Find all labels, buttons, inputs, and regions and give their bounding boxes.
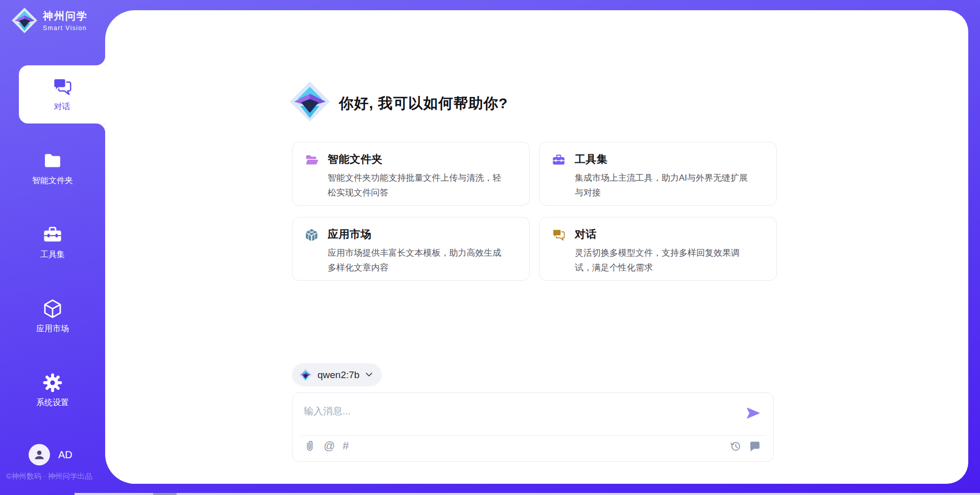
user-name: AD: [58, 449, 72, 461]
model-logo-icon: [299, 368, 312, 382]
grid-cube-icon: [305, 228, 318, 242]
send-icon[interactable]: [746, 406, 761, 420]
card-chat[interactable]: 对话 灵活切换多模型文件，支持多样回复效果调试，满足个性化需求: [539, 217, 777, 281]
card-title: 应用市场: [328, 227, 507, 241]
folder-open-icon: [305, 153, 318, 167]
history-icon[interactable]: [729, 440, 742, 452]
app-logo-large: [289, 81, 331, 122]
composer-toolbar: @ #: [304, 440, 349, 452]
toolbox-icon: [552, 153, 566, 167]
sidebar-item-settings[interactable]: 系统设置: [0, 361, 105, 419]
brand-name: 神州问学: [43, 9, 88, 23]
card-smart-folder[interactable]: 智能文件夹 智能文件夹功能支持批量文件上传与清洗，轻松实现文件问答: [292, 142, 530, 206]
main-panel: 你好, 我可以如何帮助你? 智能文件夹 智能文件夹功能支持批量文件上传与清洗，轻…: [105, 10, 968, 484]
sidebar-item-label: 应用市场: [36, 324, 69, 334]
sidebar-item-smart-folder[interactable]: 智能文件夹: [0, 139, 105, 197]
message-composer: @ #: [292, 392, 774, 462]
chevron-down-icon[interactable]: [365, 373, 373, 377]
sidebar-item-label: 工具集: [40, 250, 65, 260]
card-description: 集成市场上主流工具，助力AI与外界无缝扩展与对接: [575, 171, 754, 200]
card-title: 工具集: [575, 152, 754, 166]
toolbox-icon: [42, 225, 63, 245]
user-account[interactable]: AD: [29, 444, 72, 465]
sidebar-item-chat[interactable]: 对话: [19, 65, 105, 123]
brand: 神州问学 Smart Vision: [11, 7, 88, 34]
person-icon: [33, 448, 46, 461]
chat-bubble-icon[interactable]: [749, 440, 761, 452]
sidebar-item-label: 系统设置: [36, 398, 69, 408]
brand-logo-icon: [11, 7, 38, 34]
card-toolset[interactable]: 工具集 集成市场上主流工具，助力AI与外界无缝扩展与对接: [539, 142, 777, 206]
composer-toolbar-right: [729, 440, 761, 452]
card-title: 智能文件夹: [328, 152, 507, 166]
paperclip-icon[interactable]: [304, 440, 316, 452]
card-description: 应用市场提供丰富长文本模板，助力高效生成多样化文章内容: [328, 246, 507, 275]
app-window: 你好, 我可以如何帮助你? 智能文件夹 智能文件夹功能支持批量文件上传与清洗，轻…: [0, 0, 980, 495]
mention-icon[interactable]: @: [324, 440, 335, 452]
greeting-title: 你好, 我可以如何帮助你?: [339, 94, 508, 113]
copyright-text: ©神州数码 · 神州问学出品: [6, 472, 92, 481]
sidebar-item-label: 智能文件夹: [32, 176, 73, 186]
model-name: qwen2:7b: [317, 369, 359, 381]
sidebar-item-toolset[interactable]: 工具集: [0, 213, 105, 271]
model-selector[interactable]: qwen2:7b: [292, 363, 382, 386]
sidebar: 神州问学 Smart Vision 对话 智能文件夹 工具集 应用市场 系统设置: [0, 0, 105, 495]
sidebar-item-label: 对话: [54, 102, 70, 112]
card-description: 灵活切换多模型文件，支持多样回复效果调试，满足个性化需求: [575, 246, 754, 275]
chat-icon: [552, 228, 566, 242]
brand-subtitle: Smart Vision: [43, 24, 88, 32]
composer-divider: [300, 435, 766, 436]
hashtag-icon[interactable]: #: [342, 440, 349, 452]
chat-icon: [52, 77, 72, 97]
avatar[interactable]: [29, 444, 50, 465]
message-input[interactable]: [304, 401, 732, 422]
cube-icon: [42, 299, 63, 319]
folder-icon: [42, 151, 63, 171]
sidebar-item-app-market[interactable]: 应用市场: [0, 287, 105, 345]
card-description: 智能文件夹功能支持批量文件上传与清洗，轻松实现文件问答: [328, 171, 507, 200]
window-bottom-edge-segment: [153, 493, 177, 495]
card-app-market[interactable]: 应用市场 应用市场提供丰富长文本模板，助力高效生成多样化文章内容: [292, 217, 530, 281]
gear-icon: [42, 373, 63, 393]
card-title: 对话: [575, 227, 754, 241]
feature-cards: 智能文件夹 智能文件夹功能支持批量文件上传与清洗，轻松实现文件问答 工具集 集成…: [292, 142, 777, 281]
window-bottom-edge: [75, 493, 980, 495]
